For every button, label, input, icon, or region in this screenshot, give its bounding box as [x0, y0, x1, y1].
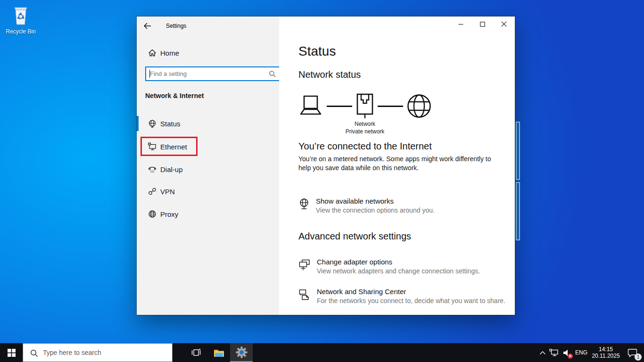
taskbar-search-input[interactable]	[23, 344, 172, 362]
link-subtitle: View network adapters and change connect…	[317, 267, 480, 275]
vpn-icon	[148, 187, 157, 196]
settings-taskbar-button[interactable]	[230, 343, 253, 362]
system-tray: ✕ ENG 14:15 20.11.2025 1	[537, 343, 644, 362]
available-networks-icon	[298, 198, 310, 210]
notification-count-badge: 1	[635, 354, 642, 361]
minimize-icon	[458, 22, 463, 27]
network-name: Network	[327, 120, 403, 128]
settings-search-input[interactable]	[146, 67, 280, 80]
settings-window: Settings Home Network & Internet	[137, 16, 515, 315]
search-icon	[269, 70, 276, 78]
connection-line	[378, 106, 403, 107]
window-caption-buttons	[450, 16, 515, 32]
recycle-bin-icon	[11, 5, 30, 25]
link-texts: Network and Sharing Center For the netwo…	[317, 288, 505, 304]
sidebar-item-label: Proxy	[160, 210, 178, 218]
desktop: Recycle Bin Settings Home	[0, 0, 644, 343]
connection-line	[327, 106, 352, 107]
maximize-button[interactable]	[471, 16, 493, 32]
tray-network-button[interactable]	[548, 343, 560, 362]
ethernet-jack-icon	[356, 93, 374, 119]
ethernet-icon	[148, 142, 157, 151]
link-texts: Change adapter options View network adap…	[317, 258, 480, 275]
page-title: Status	[298, 44, 336, 59]
action-center-button[interactable]: 1	[622, 343, 642, 362]
advanced-heading: Advanced network settings	[298, 231, 411, 242]
internet-globe-icon	[407, 94, 431, 118]
taskbar-search-box	[23, 343, 173, 362]
tray-overflow-button[interactable]	[537, 343, 548, 362]
sidebar-item-label: Status	[160, 120, 181, 128]
back-button[interactable]	[140, 19, 156, 33]
settings-gear-icon	[236, 346, 248, 358]
minimize-button[interactable]	[450, 16, 471, 32]
network-status-diagram: Network Private network	[298, 93, 431, 119]
tray-volume-button[interactable]: ✕	[560, 343, 573, 362]
link-title: Network and Sharing Center	[317, 288, 505, 296]
network-status-heading: Network status	[298, 69, 361, 80]
ethernet-network-icon	[549, 349, 559, 357]
connection-title: You’re connected to the Internet	[298, 141, 432, 152]
sharing-center-icon	[298, 288, 311, 301]
sidebar-section-header: Network & Internet	[145, 92, 204, 99]
sidebar-item-status[interactable]: Status	[137, 115, 279, 132]
sidebar-item-label: Dial-up	[160, 165, 183, 173]
sidebar-item-proxy[interactable]: Proxy	[137, 206, 279, 222]
maximize-icon	[480, 22, 485, 27]
sidebar-item-label: Ethernet	[160, 143, 187, 151]
file-explorer-button[interactable]	[207, 343, 230, 362]
dialup-phone-icon	[148, 165, 157, 173]
task-view-icon	[191, 349, 201, 356]
text-caret	[149, 70, 150, 78]
volume-muted-badge: ✕	[568, 354, 573, 359]
clock-time: 14:15	[599, 346, 613, 353]
language-label: ENG	[575, 349, 587, 356]
link-subtitle: For the networks you connect to, decide …	[317, 297, 505, 304]
network-sharing-center-link[interactable]: Network and Sharing Center For the netwo…	[298, 288, 505, 304]
file-explorer-icon	[214, 348, 224, 357]
network-node: Network Private network	[356, 93, 374, 119]
windows-logo-icon	[8, 349, 16, 357]
sidebar-item-label: VPN	[160, 188, 175, 196]
close-icon	[501, 21, 507, 27]
recycle-bin-label: Recycle Bin	[3, 28, 39, 35]
recycle-bin-desktop-icon[interactable]: Recycle Bin	[3, 5, 39, 35]
clock-date: 20.11.2025	[592, 353, 619, 359]
network-node-labels: Network Private network	[327, 120, 403, 135]
sidebar-item-dialup[interactable]: Dial-up	[137, 161, 279, 178]
start-button[interactable]	[0, 343, 23, 362]
link-title: Show available networks	[316, 197, 435, 205]
background-window-edge	[516, 122, 520, 180]
home-label: Home	[160, 49, 179, 57]
tray-language-button[interactable]: ENG	[573, 343, 589, 362]
link-subtitle: View the connection options around you.	[316, 206, 435, 214]
sidebar-item-vpn[interactable]: VPN	[137, 183, 279, 200]
close-button[interactable]	[493, 16, 515, 32]
link-texts: Show available networks View the connect…	[316, 197, 435, 214]
tray-clock-button[interactable]: 14:15 20.11.2025	[589, 343, 622, 362]
change-adapter-options-link[interactable]: Change adapter options View network adap…	[298, 258, 480, 275]
settings-main-panel: Status Network status Network Pr	[279, 16, 515, 315]
settings-search-box	[145, 66, 281, 81]
window-title: Settings	[166, 23, 186, 29]
sidebar-item-ethernet[interactable]: Ethernet	[137, 138, 279, 155]
proxy-globe-icon	[148, 210, 157, 218]
show-available-networks-link[interactable]: Show available networks View the connect…	[298, 197, 435, 214]
sidebar-item-home[interactable]: Home	[148, 48, 179, 58]
home-icon	[148, 49, 157, 57]
network-type: Private network	[327, 128, 403, 135]
status-globe-icon	[148, 119, 157, 128]
task-view-button[interactable]	[185, 343, 207, 362]
connection-body: You’re on a metered network. Some apps m…	[298, 155, 502, 173]
taskbar: ✕ ENG 14:15 20.11.2025 1	[0, 343, 644, 362]
chevron-up-icon	[539, 351, 546, 355]
settings-sidebar: Settings Home Network & Internet	[137, 16, 279, 315]
background-window-edge	[516, 182, 520, 240]
adapter-options-icon	[298, 259, 311, 271]
link-title: Change adapter options	[317, 258, 480, 266]
laptop-icon	[298, 95, 323, 117]
back-arrow-icon	[143, 22, 152, 30]
